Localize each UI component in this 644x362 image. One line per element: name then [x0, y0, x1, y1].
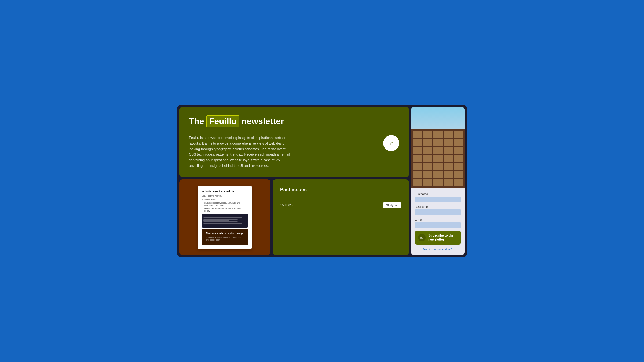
case-study-label: The case study: studyhall.design	[206, 232, 244, 235]
case-study-section: The case study: studyhall.design In shor…	[202, 229, 248, 245]
preview-bar	[203, 223, 242, 224]
title-prefix: The	[189, 116, 204, 126]
newsletter-title: website layouts newsletter !	[202, 190, 248, 193]
list-item: studyhall.design website, a brutalist an…	[204, 202, 248, 206]
building-windows	[411, 129, 465, 188]
firstname-label: Firstname	[415, 192, 461, 195]
preview-bar	[203, 219, 238, 220]
header-title: The Feuillu newsletter	[189, 115, 399, 127]
bottom-cards: website layouts newsletter ! Dear Téotim…	[179, 179, 409, 255]
right-panel: Firstname Lastname E-mail ✉ Subscribe to…	[411, 107, 465, 255]
header-description: Feuillu is a newsletter unveiling insigh…	[189, 135, 291, 169]
newsletter-inner: website layouts newsletter ! Dear Téotim…	[198, 186, 252, 249]
header-card: The Feuillu newsletter Feuillu is a news…	[179, 107, 409, 177]
preview-bar	[203, 217, 242, 218]
building-base	[411, 129, 465, 188]
screenshot-preview	[202, 214, 248, 228]
subscribe-text: Subscribe to the newsletter	[428, 234, 458, 242]
subscribe-button[interactable]: ✉ Subscribe to the newsletter	[415, 231, 461, 245]
email-input[interactable]	[415, 222, 461, 228]
header-body: Feuillu is a newsletter unveiling insigh…	[189, 135, 399, 169]
list-item: ressources about web components, icons l…	[204, 207, 248, 212]
firstname-input[interactable]	[415, 197, 461, 202]
newsletter-greeting: Dear Téotime Pacreau,	[202, 195, 248, 197]
past-issues-title: Past issues	[280, 187, 401, 193]
arrow-icon: ↗	[389, 140, 394, 147]
newsletter-preview-card: website layouts newsletter ! Dear Téotim…	[179, 179, 270, 255]
left-panel: The Feuillu newsletter Feuillu is a news…	[179, 107, 409, 255]
unsubscribe-link[interactable]: Want to unsubscribe ?	[415, 248, 461, 251]
issue-line	[296, 205, 380, 205]
issue-tag: Studyhall	[383, 202, 401, 208]
main-container: The Feuillu newsletter Feuillu is a news…	[177, 105, 467, 257]
past-issues-divider	[280, 196, 401, 196]
newsletter-intro: In today's issue :	[202, 198, 248, 201]
newsletter-items: studyhall.design website, a brutalist an…	[202, 202, 248, 212]
issue-date: 15/10/23	[280, 203, 293, 207]
lastname-label: Lastname	[415, 205, 461, 208]
arrow-button[interactable]: ↗	[383, 135, 399, 151]
subscribe-icon: ✉	[418, 234, 426, 241]
past-issues-card: Past issues 15/10/23 Studyhall	[273, 179, 409, 255]
email-label: E-mail	[415, 218, 461, 221]
preview-bar	[203, 220, 229, 221]
issue-row: 15/10/23 Studyhall	[280, 202, 401, 208]
building-photo	[411, 107, 465, 188]
preview-bar	[203, 221, 238, 222]
lastname-input[interactable]	[415, 209, 461, 215]
case-study-short: In short — An uncommon use of svg's, ser…	[206, 236, 244, 241]
brand-name: Feuillu	[206, 115, 239, 127]
form-section: Firstname Lastname E-mail ✉ Subscribe to…	[411, 188, 465, 255]
title-suffix: newsletter	[241, 116, 284, 126]
header-divider	[189, 132, 399, 132]
photo-section	[411, 107, 465, 188]
